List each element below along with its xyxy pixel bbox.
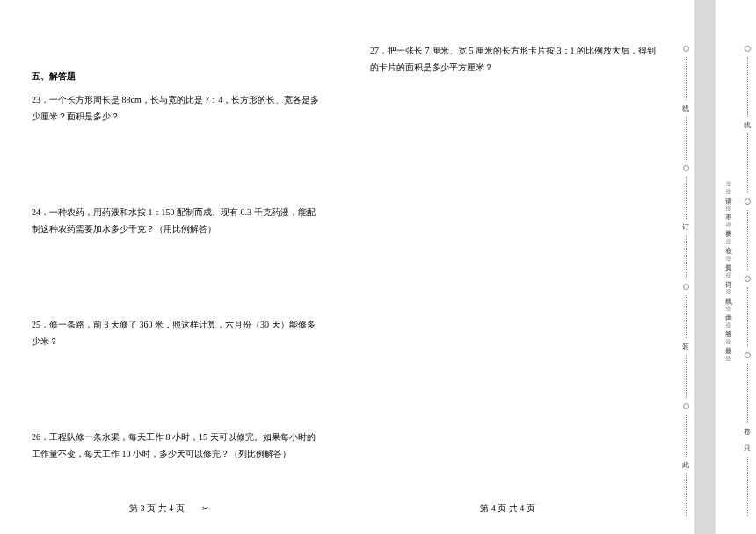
hole-icon <box>683 284 689 290</box>
page-3: 五、解答题 23．一个长方形周长是 88cm，长与宽的比是 7：4，长方形的长、… <box>0 0 338 534</box>
binding-char: 装 <box>682 342 689 351</box>
question-26: 26．工程队修一条水渠，每天工作 8 小时，15 天可以修完。如果每小时的工作量… <box>32 429 321 462</box>
question-23: 23．一个长方形周长是 88cm，长与宽的比是 7：4，长方形的长、宽各是多少厘… <box>32 91 321 125</box>
hole-icon <box>683 403 689 409</box>
cut-strip-1: 线 订 装 此 <box>677 0 694 534</box>
gray-strip-1 <box>694 0 716 534</box>
binding-char: 线 <box>744 120 751 130</box>
hole-icon <box>683 165 689 171</box>
hole-icon <box>745 46 751 52</box>
page-3-footer: 第 3 页 共 4 页 ✂ <box>0 502 338 515</box>
binding-area: 线 订 装 此 ※※请※※不※※要※※在※※装※※订※※线※※内※※答※※题※※ <box>677 0 756 534</box>
page-4-footer: 第 4 页 共 4 页 <box>338 502 677 515</box>
question-24: 24．一种农药，用药液和水按 1：150 配制而成。现有 0.3 千克药液，能配… <box>32 204 321 237</box>
scissors-icon: ✂ <box>202 504 209 513</box>
page-3-number: 第 3 页 共 4 页 <box>129 503 185 513</box>
binding-char: 只 <box>744 444 751 453</box>
worksheet-spread: 五、解答题 23．一个长方形周长是 88cm，长与宽的比是 7：4，长方形的长、… <box>0 0 677 534</box>
hole-icon <box>745 276 751 282</box>
binding-char: 此 <box>682 460 689 470</box>
hole-icon <box>745 198 751 205</box>
center-strip: ※※请※※不※※要※※在※※装※※订※※线※※内※※答※※题※※ <box>716 0 738 534</box>
binding-char: 订 <box>682 222 689 232</box>
section-title: 五、解答题 <box>32 70 321 83</box>
hole-icon <box>745 352 751 358</box>
question-27: 27．把一张长 7 厘米、宽 5 厘米的长方形卡片按 3：1 的比例放大后，得到… <box>370 42 659 76</box>
hole-icon <box>683 46 689 52</box>
binding-note: ※※请※※不※※要※※在※※装※※订※※线※※内※※答※※题※※ <box>723 176 732 358</box>
page-4-number: 第 4 页 共 4 页 <box>480 503 535 513</box>
page-4: 27．把一张长 7 厘米、宽 5 厘米的长方形卡片按 3：1 的比例放大后，得到… <box>338 0 677 534</box>
binding-char: 卷 <box>744 427 751 437</box>
question-25: 25．修一条路，前 3 天修了 360 米，照这样计算，六月份（30 天）能修多… <box>32 316 321 350</box>
binding-char: 线 <box>682 104 689 113</box>
cut-strip-2: 线 卷 只 <box>738 0 756 534</box>
